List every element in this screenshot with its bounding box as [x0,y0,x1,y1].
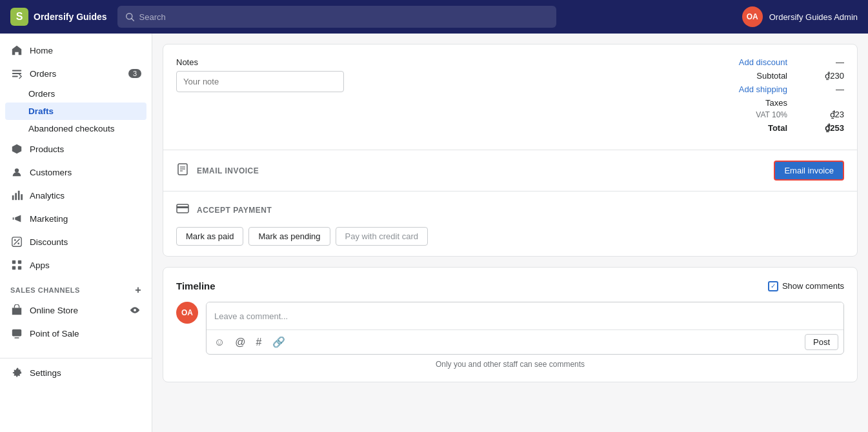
svg-rect-8 [15,193,17,200]
apps-icon [10,259,23,271]
sidebar-sub-label-drafts: Drafts [28,106,54,116]
search-input[interactable] [139,12,549,22]
add-shipping-row: Add shipping — [370,84,844,94]
top-nav: S Ordersify Guides OA Ordersify Guides A… [0,0,868,34]
pos-icon [10,327,23,340]
analytics-icon [10,189,23,202]
brand: S Ordersify Guides [10,8,107,26]
svg-marker-5 [12,144,21,153]
attachment-icon[interactable]: 🔗 [270,335,288,349]
svg-rect-20 [12,329,21,337]
subtotal-label: Subtotal [710,71,787,81]
comment-avatar: OA [176,302,198,324]
taxes-label: Taxes [710,98,787,108]
emoji-icon[interactable]: ☺ [212,335,227,349]
sidebar-item-point-of-sale[interactable]: Point of Sale [0,322,152,345]
user-area: OA Ordersify Guides Admin [742,6,858,27]
accept-payment-header: ACCEPT PAYMENT [176,202,844,218]
show-comments-checkbox[interactable]: ✓ [768,281,778,291]
search-bar[interactable] [117,6,556,28]
sidebar-item-settings[interactable]: Settings [0,361,152,384]
svg-line-1 [131,19,134,21]
payment-buttons: Mark as paid Mark as pending Pay with cr… [176,227,844,246]
sidebar-item-marketing[interactable]: Marketing [0,207,152,230]
invoice-icon [176,162,189,179]
sidebar-label-point-of-sale: Point of Sale [30,329,79,339]
pay-with-credit-card-button[interactable]: Pay with credit card [336,227,428,246]
sidebar-label-orders: Orders [30,69,56,79]
svg-point-11 [14,239,16,241]
timeline-header: Timeline ✓ Show comments [176,280,844,291]
sidebar-sub-item-drafts[interactable]: Drafts [5,103,146,120]
eye-icon [128,304,141,317]
accept-payment-title: ACCEPT PAYMENT [197,206,272,215]
mark-as-pending-button[interactable]: Mark as pending [248,227,330,246]
notes-summary-card: Notes Add discount — Subtotal ₫230 Add s… [163,44,858,257]
sidebar-label-online-store: Online Store [30,306,78,315]
svg-rect-16 [18,260,21,264]
mark-as-paid-button[interactable]: Mark as paid [176,227,243,246]
discounts-icon [10,235,23,248]
sidebar-item-products[interactable]: Products [0,137,152,161]
sidebar-sub-label-orders: Orders [28,89,55,99]
svg-rect-9 [18,191,20,200]
comment-input[interactable] [207,302,843,329]
show-comments-label: Show comments [782,281,844,291]
sidebar-label-products: Products [30,144,64,154]
notes-label: Notes [176,57,344,67]
post-button[interactable]: Post [805,334,838,350]
user-name: Ordersify Guides Admin [769,12,858,22]
orders-icon [10,67,23,80]
summary-section: Add discount — Subtotal ₫230 Add shippin… [370,57,844,137]
sidebar-label-customers: Customers [30,168,72,177]
svg-rect-15 [12,260,15,264]
svg-point-6 [15,168,19,172]
sidebar-label-apps: Apps [30,260,50,270]
svg-rect-18 [18,266,21,270]
svg-rect-3 [12,73,21,74]
sidebar-item-orders[interactable]: Orders 3 [0,62,152,85]
sidebar-item-apps[interactable]: Apps [0,253,152,277]
sidebar-label-marketing: Marketing [30,214,68,224]
sidebar-item-online-store[interactable]: Online Store [0,299,152,322]
products-icon [10,142,23,155]
brand-name: Ordersify Guides [34,12,107,22]
show-comments-toggle[interactable]: ✓ Show comments [768,281,844,291]
subtotal-value: ₫230 [792,71,844,81]
svg-rect-27 [177,206,188,208]
orders-badge: 3 [128,69,141,78]
search-icon [125,12,134,21]
notes-section: Notes [176,57,344,137]
sidebar-sub-item-orders[interactable]: Orders [0,85,152,103]
add-discount-link[interactable]: Add discount [710,57,787,67]
svg-point-19 [134,309,136,311]
svg-rect-21 [14,337,19,338]
taxes-sub-value: ₫23 [792,110,844,119]
email-invoice-button[interactable]: Email invoice [774,161,844,181]
payment-icon [176,202,189,218]
sidebar: Home Orders 3 Orders Drafts Abandoned ch… [0,34,152,432]
sidebar-item-discounts[interactable]: Discounts [0,230,152,253]
email-invoice-actions: Email invoice [774,161,844,181]
home-icon [10,44,23,57]
add-shipping-link[interactable]: Add shipping [710,84,787,94]
total-label: Total [710,123,787,133]
hashtag-icon[interactable]: # [254,335,265,349]
sidebar-label-analytics: Analytics [30,191,65,201]
sidebar-item-home[interactable]: Home [0,39,152,62]
comment-hint: Only you and other staff can see comment… [176,360,844,369]
online-store-icon [10,304,23,317]
sidebar-item-analytics[interactable]: Analytics [0,184,152,207]
sidebar-item-customers[interactable]: Customers [0,161,152,184]
total-value: ₫253 [792,123,844,133]
svg-rect-7 [12,195,14,200]
timeline-title: Timeline [176,280,216,291]
notes-input[interactable] [176,71,344,92]
add-sales-channel-icon[interactable]: + [135,284,141,296]
mention-icon[interactable]: @ [232,335,248,349]
email-invoice-section: EMAIL INVOICE Email invoice [163,150,857,191]
marketing-icon [10,212,23,225]
svg-rect-4 [12,76,18,77]
sidebar-sub-item-abandoned[interactable]: Abandoned checkouts [0,120,152,137]
subtotal-row: Subtotal ₫230 [370,71,844,81]
